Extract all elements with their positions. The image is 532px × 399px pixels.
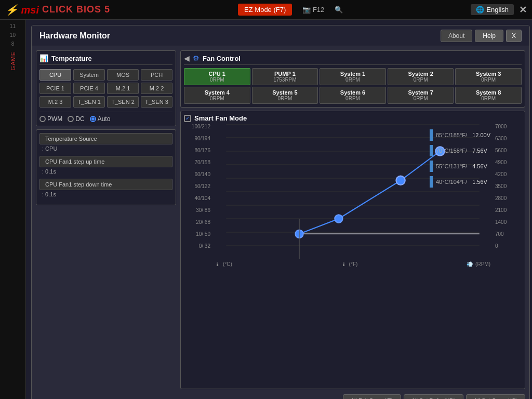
full-speed-button[interactable]: All Full Speed(F) <box>343 394 401 399</box>
volt-bar-2 <box>430 145 433 156</box>
fan-system2-name: System 2 <box>391 71 450 77</box>
about-button[interactable]: About <box>441 30 472 42</box>
y-right-label-8: 1400 <box>495 220 522 225</box>
fan-system4-rpm: 0RPM <box>188 96 247 101</box>
fan-system3[interactable]: System 3 0RPM <box>455 68 522 85</box>
set-cancel-button[interactable]: All Set Cancel(C) <box>466 394 525 399</box>
dc-label: DC <box>75 115 84 123</box>
fan-control-section: ◀ ⚙ Fan Control CPU 1 0RPM PUMP 1 1753RP… <box>180 50 525 108</box>
fan-mode-section: PWM DC Auto <box>39 112 172 123</box>
volt-legend-1: 85°C/185°F/ 12.00V <box>430 129 490 141</box>
step-down-value: : 0.1s <box>39 190 172 198</box>
hw-close-button[interactable]: X <box>506 30 522 42</box>
sensor-mos-button[interactable]: MOS <box>107 69 139 81</box>
pwm-radio[interactable]: PWM <box>39 115 62 123</box>
right-panel: ◀ ⚙ Fan Control CPU 1 0RPM PUMP 1 1753RP… <box>180 50 525 399</box>
bios-title: CLICK BIOS 5 <box>42 4 110 15</box>
y-right-label-9: 700 <box>495 232 522 237</box>
fan-system6-rpm: 0RPM <box>323 96 382 101</box>
rpm-label: (RPM) <box>475 261 490 267</box>
volt-legend-2: 70°C/158°F/ 7.56V <box>430 145 490 156</box>
thermometer-f-icon: 🌡 <box>341 261 347 267</box>
fan-cpu1-name: CPU 1 <box>188 71 247 77</box>
voltage-legend: 85°C/185°F/ 12.00V 70°C/158°F/ 7.56V 55°… <box>430 129 490 188</box>
fan-system5[interactable]: System 5 0RPM <box>252 87 318 104</box>
fan-system7-rpm: 0RPM <box>391 96 450 101</box>
fan-cpu1-rpm: 0RPM <box>188 77 247 83</box>
step-down-row: CPU Fan1 step down time : 0.1s <box>39 179 172 198</box>
y-left-label-10: 0/ 32 <box>184 244 210 249</box>
sensor-pcie1-button[interactable]: PCIE 1 <box>39 83 71 94</box>
f12-button[interactable]: 📷 F12 <box>302 6 324 14</box>
fan-nav-left-arrow[interactable]: ◀ <box>184 54 190 62</box>
search-button[interactable]: 🔍 <box>335 6 343 14</box>
volt-text-1: 85°C/185°F/ <box>436 132 467 138</box>
fan-system6[interactable]: System 6 0RPM <box>320 87 386 104</box>
topbar-close-button[interactable]: ✕ <box>519 4 527 16</box>
set-default-button[interactable]: All Set Default(D) <box>404 394 463 399</box>
language-button[interactable]: 🌐 English <box>471 4 514 15</box>
fahrenheit-label: (°F) <box>349 261 358 267</box>
auto-radio[interactable]: Auto <box>90 115 111 123</box>
sidebar-num-11: 11 <box>10 22 16 30</box>
fan-mode-radio-group: PWM DC Auto <box>39 115 172 123</box>
topbar-center: EZ Mode (F7) 📷 F12 🔍 <box>238 4 343 16</box>
chart-legend-rpm: 💨 (RPM) <box>467 261 490 267</box>
step-down-button[interactable]: CPU Fan1 step down time <box>39 179 172 190</box>
sensor-tsen3-button[interactable]: T_SEN 3 <box>141 96 172 108</box>
sensor-system-button[interactable]: System <box>73 69 105 81</box>
temperature-section: 📊 Temperature CPU System MOS PCH PCIE 1 … <box>36 50 176 126</box>
topbar-left: ⚡ msi CLICK BIOS 5 <box>5 4 110 16</box>
fan-system8-rpm: 0RPM <box>459 96 518 101</box>
fan-system7[interactable]: System 7 0RPM <box>388 87 454 104</box>
sensor-pcie4-button[interactable]: PCIE 4 <box>73 83 105 94</box>
sensor-tsen2-button[interactable]: T_SEN 2 <box>107 96 139 108</box>
dc-radio[interactable]: DC <box>68 115 84 123</box>
fan-control-title: Fan Control <box>203 55 241 62</box>
fan-system1-rpm: 0RPM <box>323 77 382 83</box>
ez-mode-button[interactable]: EZ Mode (F7) <box>238 4 292 16</box>
volt-text-2: 70°C/158°F/ <box>436 148 467 154</box>
step-up-button[interactable]: CPU Fan1 step up time <box>39 156 172 167</box>
sensor-m21-button[interactable]: M.2 1 <box>107 83 139 94</box>
y-left-label-0: 100/212 <box>184 124 210 129</box>
temp-source-section: Temperature Source : CPU CPU Fan1 step u… <box>36 129 176 205</box>
pwm-radio-circle <box>39 116 46 122</box>
help-button[interactable]: Help <box>475 30 503 42</box>
y-right-label-6: 2800 <box>495 196 522 201</box>
fan-system1[interactable]: System 1 0RPM <box>320 68 386 85</box>
fan-system2[interactable]: System 2 0RPM <box>388 68 454 85</box>
left-sidebar: 11 10 8 GAME <box>0 20 26 399</box>
volt-bar-1 <box>430 129 433 141</box>
chart-container: 100/212 90/194 80/176 70/158 60/140 50/1… <box>184 124 522 259</box>
volt-val-1: 12.00V <box>472 132 490 138</box>
hw-monitor-buttons: About Help X <box>441 30 522 42</box>
fan-cpu1[interactable]: CPU 1 0RPM <box>184 68 250 85</box>
sensor-m23-button[interactable]: M.2 3 <box>39 96 71 108</box>
pwm-label: PWM <box>47 115 62 123</box>
auto-radio-circle <box>90 116 96 122</box>
temp-source-button[interactable]: Temperature Source <box>39 133 172 144</box>
fan-pump1-rpm: 1753RPM <box>256 77 315 83</box>
sensor-m22-button[interactable]: M.2 2 <box>141 83 172 94</box>
fan-system8[interactable]: System 8 0RPM <box>455 87 522 104</box>
sidebar-num-8: 8 <box>11 40 15 48</box>
sensor-cpu-button[interactable]: CPU <box>39 69 71 81</box>
smart-fan-checkbox[interactable]: ✓ <box>184 115 191 122</box>
temp-source-row: Temperature Source : CPU <box>39 133 172 153</box>
fan-pump1[interactable]: PUMP 1 1753RPM <box>252 68 318 85</box>
sensor-grid-row2: PCIE 1 PCIE 4 M.2 1 M.2 2 <box>39 83 172 94</box>
smart-fan-title: Smart Fan Mode <box>194 114 247 122</box>
fan-system4[interactable]: System 4 0RPM <box>184 87 250 104</box>
sensor-pch-button[interactable]: PCH <box>141 69 172 81</box>
topbar: ⚡ msi CLICK BIOS 5 EZ Mode (F7) 📷 F12 🔍 … <box>0 0 532 20</box>
volt-bar-4 <box>430 176 433 188</box>
y-right-label-10: 0 <box>495 244 522 249</box>
fan-grid-row2: System 4 0RPM System 5 0RPM System 6 0RP… <box>184 87 522 104</box>
y-right-label-3: 4900 <box>495 160 522 165</box>
fan-system6-name: System 6 <box>323 89 382 96</box>
sensor-tsen1-button[interactable]: T_SEN 1 <box>73 96 105 108</box>
volt-legend-4: 40°C/104°F/ 1.56V <box>430 176 490 188</box>
smart-fan-header: ✓ Smart Fan Mode <box>184 114 522 122</box>
svg-point-14 <box>396 176 405 185</box>
